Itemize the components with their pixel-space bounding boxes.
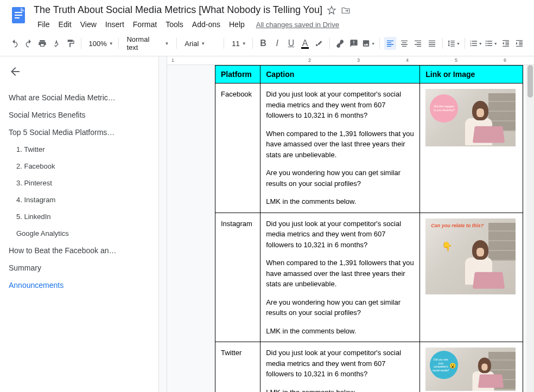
outline-item[interactable]: What are Social Media Metric… <box>9 89 158 106</box>
undo-icon[interactable] <box>9 37 21 50</box>
save-status[interactable]: All changes saved in Drive <box>256 21 339 29</box>
document-area: 1 2 3 4 5 6 Platform Caption Link or Ima… <box>167 56 534 392</box>
cell-caption[interactable]: Did you just look at your competitor's s… <box>260 213 420 342</box>
outline-item[interactable]: Top 5 Social Media Platforms… <box>9 124 158 141</box>
menu-format[interactable]: Format <box>129 18 161 31</box>
comment-icon[interactable] <box>348 37 360 50</box>
thumbnail-image[interactable]: Can you relate to this? 👇 <box>425 219 516 294</box>
document-title[interactable]: The Truth About Social Media Metrics [Wh… <box>34 4 322 16</box>
table-header[interactable]: Platform <box>215 66 260 83</box>
style-value: Normal text <box>126 35 162 52</box>
separator <box>442 38 443 49</box>
scrollbar-thumb[interactable] <box>527 65 533 98</box>
paint-format-icon[interactable] <box>65 37 77 50</box>
cell-image[interactable]: Did you see your competitor's social med… <box>420 342 523 393</box>
outline-item[interactable]: Summary <box>9 259 158 277</box>
decrease-indent-icon[interactable] <box>500 37 512 50</box>
content-table[interactable]: Platform Caption Link or Image Facebook … <box>215 65 523 392</box>
font-select[interactable]: Arial▼ <box>181 38 219 49</box>
chevron-down-icon: ▼ <box>201 41 205 46</box>
header-main: The Truth About Social Media Metrics [Wh… <box>34 4 525 31</box>
badge-text: Did you see your competitor's social med… <box>432 358 449 372</box>
separator <box>329 38 330 49</box>
chevron-down-icon: ▼ <box>479 42 482 46</box>
table-header[interactable]: Link or Image <box>420 66 523 83</box>
cell-platform[interactable]: Twitter <box>215 342 260 393</box>
svg-rect-3 <box>15 17 20 18</box>
outline-item[interactable]: Social Metrics Benefits <box>9 106 158 124</box>
chevron-down-icon: ▼ <box>494 42 498 46</box>
menu-help[interactable]: Help <box>225 18 249 31</box>
horizontal-ruler[interactable]: 1 2 3 4 5 6 <box>167 56 534 65</box>
bold-icon[interactable]: B <box>257 37 269 50</box>
ruler-mark: 1 <box>171 57 174 63</box>
separator <box>81 38 81 49</box>
cell-caption[interactable]: Did you just look at your competitor's s… <box>260 83 420 213</box>
menu-tools[interactable]: Tools <box>162 18 187 31</box>
ruler-mark: 4 <box>406 57 409 63</box>
chevron-down-icon: ▼ <box>371 42 375 46</box>
align-justify-icon[interactable] <box>426 37 438 50</box>
print-icon[interactable] <box>36 37 48 50</box>
style-select[interactable]: Normal text▼ <box>123 34 172 53</box>
caption-paragraph: Did you just look at your competitor's s… <box>266 219 414 250</box>
document-page[interactable]: Platform Caption Link or Image Facebook … <box>215 65 523 392</box>
redo-icon[interactable] <box>23 37 35 50</box>
outline-item[interactable]: How to Beat the Facebook an… <box>9 242 158 259</box>
svg-rect-2 <box>15 15 22 16</box>
separator <box>118 38 119 49</box>
bulleted-list-icon[interactable]: ▼ <box>485 37 498 50</box>
outline-item[interactable]: 4. Instagram <box>9 191 158 208</box>
outline-item[interactable]: 2. Facebook <box>9 158 158 175</box>
numbered-list-icon[interactable]: ▼ <box>469 37 482 50</box>
link-icon[interactable] <box>334 37 346 50</box>
outline-item[interactable]: 3. Pinterest <box>9 175 158 191</box>
fontsize-select[interactable]: 11▼ <box>228 38 248 49</box>
table-header[interactable]: Caption <box>260 66 420 83</box>
spellcheck-icon[interactable] <box>50 37 62 50</box>
font-value: Arial <box>185 40 199 48</box>
italic-icon[interactable]: I <box>271 37 283 50</box>
vertical-scrollbar[interactable] <box>526 65 534 392</box>
align-right-icon[interactable] <box>412 37 424 50</box>
increase-indent-icon[interactable] <box>513 37 525 50</box>
move-icon[interactable] <box>341 5 351 15</box>
image-icon[interactable]: ▼ <box>362 37 375 50</box>
menu-addons[interactable]: Add-ons <box>188 18 224 31</box>
underline-icon[interactable]: U <box>285 37 297 50</box>
cell-caption[interactable]: Did you just look at your competitor's s… <box>260 342 420 393</box>
outline-back-icon[interactable] <box>9 65 22 78</box>
line-spacing-icon[interactable]: ▼ <box>447 37 460 50</box>
zoom-select[interactable]: 100%▼ <box>86 38 115 49</box>
docs-logo[interactable] <box>9 5 28 25</box>
thumbnail-image[interactable]: Did this happen to you recently? <box>425 89 516 146</box>
highlight-icon[interactable] <box>313 37 325 50</box>
caption-paragraph: LMK in the comments below. <box>266 326 414 337</box>
fontsize-value: 11 <box>232 40 239 48</box>
align-center-icon[interactable] <box>398 37 410 50</box>
cell-platform[interactable]: Facebook <box>215 83 260 213</box>
menu-file[interactable]: File <box>34 18 54 31</box>
main: What are Social Media Metric… Social Met… <box>0 56 534 392</box>
caption-paragraph: Did you just look at your competitor's s… <box>266 89 414 121</box>
cell-image[interactable]: Did this happen to you recently? <box>420 83 523 213</box>
outline-item[interactable]: 5. LinkedIn <box>9 208 158 225</box>
chevron-down-icon: ▼ <box>456 42 460 46</box>
cell-image[interactable]: Can you relate to this? 👇 <box>420 213 523 342</box>
ruler-mark: 6 <box>504 57 506 63</box>
vertical-ruler <box>158 56 167 392</box>
thumbnail-image[interactable]: Did you see your competitor's social med… <box>425 348 516 391</box>
caption-paragraph: Are you wondering how you can get simila… <box>266 297 414 318</box>
menu-view[interactable]: View <box>77 18 100 31</box>
outline-item-active[interactable]: Announcements <box>9 277 158 294</box>
outline-item[interactable]: Google Analytics <box>9 225 158 242</box>
caption-paragraph: When compared to the 1,391 followers tha… <box>266 128 414 160</box>
cell-platform[interactable]: Instagram <box>215 213 260 342</box>
align-left-icon[interactable] <box>384 37 396 50</box>
outline-item[interactable]: 1. Twitter <box>9 141 158 158</box>
title-row: The Truth About Social Media Metrics [Wh… <box>34 4 525 16</box>
star-icon[interactable] <box>327 5 336 15</box>
text-color-icon[interactable]: A <box>299 37 311 50</box>
menu-edit[interactable]: Edit <box>55 18 75 31</box>
menu-insert[interactable]: Insert <box>101 18 128 31</box>
